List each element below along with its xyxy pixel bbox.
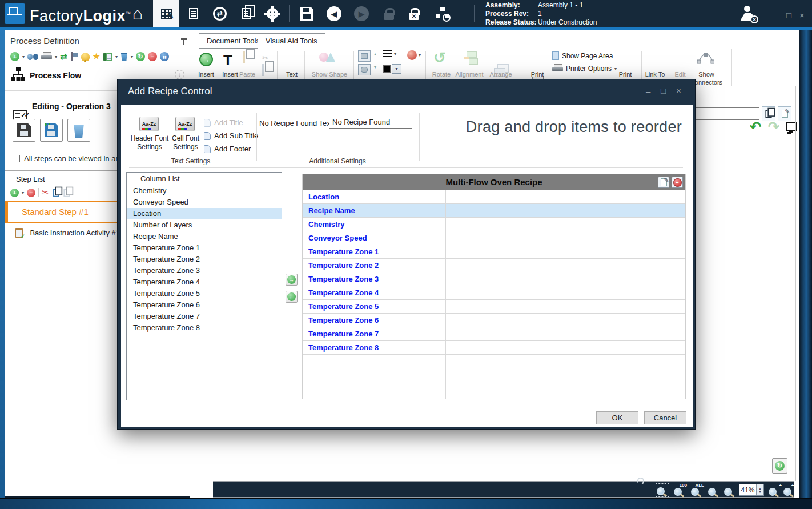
dialog-maximize-button[interactable]: □ <box>661 86 666 95</box>
rounded-rect-shape-button[interactable] <box>358 64 371 75</box>
close-button[interactable]: × <box>799 11 805 19</box>
remove-step-button[interactable]: − <box>27 189 35 197</box>
table-edit-button[interactable] <box>658 177 669 188</box>
print-button[interactable] <box>41 52 52 61</box>
signpost-button[interactable] <box>70 52 78 61</box>
zoom-all-button[interactable]: ALL <box>690 483 704 497</box>
recipe-table-row[interactable]: Temperature Zone 1 <box>303 245 685 259</box>
recipe-table-row[interactable]: Recipe Name <box>303 204 685 218</box>
column-list-item[interactable]: Recipe Name <box>127 231 282 242</box>
column-list-item[interactable]: Chemistry <box>127 185 282 197</box>
paste-button[interactable] <box>63 189 70 197</box>
recipe-table-row[interactable]: Temperature Zone 8 <box>303 341 685 355</box>
column-list-item[interactable]: Temperature Zone 4 <box>127 276 282 288</box>
pin-icon[interactable] <box>180 38 187 46</box>
import-documents-button[interactable] <box>183 0 204 27</box>
delete-step-button[interactable] <box>67 119 90 142</box>
tab-visual-aid-tools[interactable]: Visual Aid Tools <box>258 33 325 49</box>
zoom-spinner-arrows[interactable]: ▴▾ <box>756 484 763 495</box>
copy-button[interactable] <box>262 65 264 75</box>
recipe-table-row[interactable]: Temperature Zone 5 <box>303 300 685 314</box>
maximize-button[interactable]: □ <box>786 11 791 19</box>
process-flow-label[interactable]: Process Flow <box>30 71 81 80</box>
insert-text-button[interactable]: T <box>223 51 232 69</box>
recipe-table-row[interactable]: Temperature Zone 2 <box>303 259 685 272</box>
lock-close-button[interactable]: ✕ <box>403 0 425 27</box>
ok-button[interactable]: OK <box>596 411 638 424</box>
save-step-button[interactable] <box>13 119 35 142</box>
add-title-button[interactable]: Add Title <box>204 118 243 129</box>
book-caret-icon[interactable]: ▾ <box>115 54 118 59</box>
process-editor-tab[interactable]: ✎ <box>153 0 179 27</box>
zoom-in-fast-button[interactable]: ++ <box>783 483 797 497</box>
column-list-item[interactable]: Temperature Zone 1 <box>127 242 282 254</box>
show-page-area-button[interactable]: Show Page Area <box>552 51 613 60</box>
settings-button[interactable] <box>262 0 283 27</box>
activity-item[interactable]: Basic Instruction Activity #1 <box>15 227 120 238</box>
paste-button[interactable] <box>243 53 245 63</box>
zoom-out-fast-button[interactable]: -- <box>708 483 721 497</box>
fill-style-dropdown[interactable]: ▾ <box>407 50 421 60</box>
zoom-100-button[interactable]: 100 <box>673 483 687 497</box>
recipe-table-row[interactable]: Conveyor Speed <box>303 231 685 245</box>
cell-font-settings-button[interactable]: Aa-Zz <box>175 117 195 131</box>
zoom-level-spinner[interactable]: 41% ▴▾ <box>739 484 764 496</box>
cancel-button[interactable]: Cancel <box>644 411 686 424</box>
show-shape-button[interactable] <box>319 53 335 64</box>
insert-object-button[interactable]: → <box>199 53 213 66</box>
bell-button[interactable] <box>81 53 90 61</box>
move-left-button[interactable]: ← <box>286 291 298 303</box>
recipe-table-row[interactable]: Temperature Zone 3 <box>303 272 685 286</box>
column-list-item[interactable]: Number of Layers <box>127 219 282 231</box>
canvas-text-field[interactable] <box>696 107 759 120</box>
add-footer-button[interactable]: Add Footer <box>204 145 251 155</box>
show-connectors-button[interactable] <box>697 50 714 66</box>
recipe-table-row[interactable]: Temperature Zone 4 <box>303 286 685 300</box>
redo-button[interactable]: ↷ <box>768 119 779 135</box>
cut-button[interactable]: ✂ <box>42 187 49 198</box>
refresh-button[interactable]: ↻ <box>136 52 145 61</box>
import-step-button[interactable]: ↶ <box>40 119 63 142</box>
recipe-table-row[interactable]: Chemistry <box>303 218 685 231</box>
printer-options-dropdown[interactable]: Printer Options▾ <box>552 64 617 73</box>
line-weight-dropdown[interactable]: ▾ <box>383 50 396 57</box>
zoom-out-button[interactable]: - <box>723 483 737 497</box>
add-step-button[interactable]: + <box>10 189 19 197</box>
column-list-item[interactable]: Temperature Zone 6 <box>127 299 282 311</box>
zoom-in-button[interactable]: + <box>768 483 782 497</box>
dialog-close-button[interactable]: × <box>676 86 681 95</box>
process-search-button[interactable] <box>432 0 453 27</box>
copy-button[interactable] <box>53 189 59 197</box>
no-recipe-found-input[interactable] <box>329 115 412 129</box>
home-button[interactable]: ⌂ <box>127 0 148 27</box>
line-color-dropdown[interactable]: ▾ <box>383 64 401 74</box>
column-list-item[interactable]: Temperature Zone 8 <box>127 322 282 334</box>
pause-button[interactable]: ▮▮ <box>160 52 169 61</box>
zoom-select-button[interactable] <box>656 483 669 497</box>
add-button[interactable]: + <box>10 52 19 61</box>
text-tool-label[interactable]: Text <box>280 71 303 78</box>
unlock-button[interactable] <box>378 0 400 27</box>
alignment-button[interactable] <box>462 51 477 64</box>
rotate-button[interactable]: ↺ <box>433 49 446 67</box>
minimize-button[interactable]: – <box>773 11 777 20</box>
recipe-table-row[interactable]: Location <box>303 190 685 204</box>
undo-button[interactable]: ↶ <box>750 119 761 135</box>
move-right-button[interactable]: → <box>286 274 298 286</box>
rect-shape-button[interactable] <box>358 50 371 62</box>
header-font-settings-button[interactable]: Aa-Zz <box>139 117 159 131</box>
column-list-item[interactable]: Temperature Zone 2 <box>127 254 282 265</box>
trash-button[interactable] <box>120 53 128 61</box>
user-button[interactable]: ✕ <box>739 5 756 22</box>
canvas-refresh-button[interactable]: ↻ <box>772 458 787 474</box>
add-step-caret-icon[interactable]: ▾ <box>22 190 24 195</box>
recipe-table-row[interactable]: Temperature Zone 7 <box>303 327 685 341</box>
shape-scroll-buttons[interactable]: ▴▾ <box>374 51 376 70</box>
column-list-item[interactable]: Temperature Zone 3 <box>127 265 282 276</box>
print-caret-icon[interactable]: ▾ <box>55 54 57 59</box>
back-button[interactable]: ◀ <box>323 0 345 27</box>
shuffle-button[interactable]: ⇄ <box>60 51 67 62</box>
column-list-item[interactable]: Location <box>127 208 282 219</box>
remove-button[interactable]: − <box>148 52 157 61</box>
star-button[interactable]: ★ <box>93 52 101 61</box>
